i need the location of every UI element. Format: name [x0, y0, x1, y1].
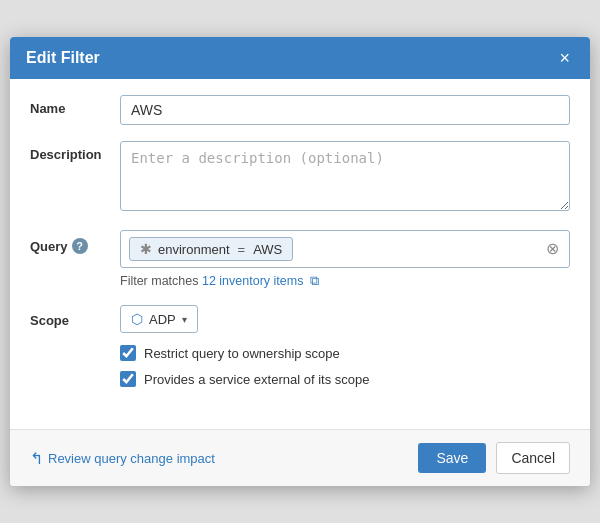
name-label: Name — [30, 95, 120, 116]
query-help-icon[interactable]: ? — [72, 238, 88, 254]
query-row: Query ? ✱ environment = AWS ⊗ Filter mat… — [30, 230, 570, 289]
query-tag-equals: = — [238, 242, 246, 257]
restrict-scope-label: Restrict query to ownership scope — [144, 346, 340, 361]
external-service-row: Provides a service external of its scope — [120, 371, 570, 387]
scope-dropdown-button[interactable]: ⬡ ADP ▾ — [120, 305, 198, 333]
footer-left: ↰ Review query change impact — [30, 449, 408, 468]
query-box: ✱ environment = AWS ⊗ — [120, 230, 570, 268]
scope-name: ADP — [149, 312, 176, 327]
scope-control-wrap: ⬡ ADP ▾ Restrict query to ownership scop… — [120, 305, 570, 397]
name-row: Name — [30, 95, 570, 125]
scope-org-icon: ⬡ — [131, 311, 143, 327]
restrict-scope-row: Restrict query to ownership scope — [120, 345, 570, 361]
description-row: Description — [30, 141, 570, 214]
query-label: Query — [30, 239, 68, 254]
scope-label: Scope — [30, 305, 120, 328]
external-service-label: Provides a service external of its scope — [144, 372, 369, 387]
query-tag[interactable]: ✱ environment = AWS — [129, 237, 293, 261]
query-label-wrap: Query ? — [30, 230, 120, 254]
query-tag-key: environment — [158, 242, 230, 257]
description-input-wrap — [120, 141, 570, 214]
close-button[interactable]: × — [555, 49, 574, 67]
restrict-scope-checkbox[interactable] — [120, 345, 136, 361]
description-label: Description — [30, 141, 120, 162]
query-matches-link[interactable]: 12 inventory items — [202, 274, 303, 288]
edit-filter-modal: Edit Filter × Name Description Query ? — [10, 37, 590, 486]
modal-title: Edit Filter — [26, 49, 100, 67]
query-matches-prefix: Filter matches — [120, 274, 202, 288]
query-tag-value: AWS — [253, 242, 282, 257]
review-query-label: Review query change impact — [48, 451, 215, 466]
modal-header: Edit Filter × — [10, 37, 590, 79]
name-input-wrap — [120, 95, 570, 125]
query-clear-button[interactable]: ⊗ — [544, 241, 561, 257]
query-control-wrap: ✱ environment = AWS ⊗ Filter matches 12 … — [120, 230, 570, 289]
external-link-icon: ⧉ — [310, 274, 319, 289]
modal-footer: ↰ Review query change impact Save Cancel — [10, 429, 590, 486]
query-tag-asterisk: ✱ — [140, 241, 152, 257]
modal-body: Name Description Query ? ✱ environm — [10, 79, 590, 429]
review-icon: ↰ — [30, 449, 43, 468]
name-input[interactable] — [120, 95, 570, 125]
save-button[interactable]: Save — [418, 443, 486, 473]
cancel-button[interactable]: Cancel — [496, 442, 570, 474]
description-textarea[interactable] — [120, 141, 570, 211]
review-query-button[interactable]: ↰ Review query change impact — [30, 449, 215, 468]
scope-row: Scope ⬡ ADP ▾ Restrict query to ownershi… — [30, 305, 570, 397]
chevron-down-icon: ▾ — [182, 314, 187, 325]
query-matches: Filter matches 12 inventory items ⧉ — [120, 274, 570, 289]
external-service-checkbox[interactable] — [120, 371, 136, 387]
